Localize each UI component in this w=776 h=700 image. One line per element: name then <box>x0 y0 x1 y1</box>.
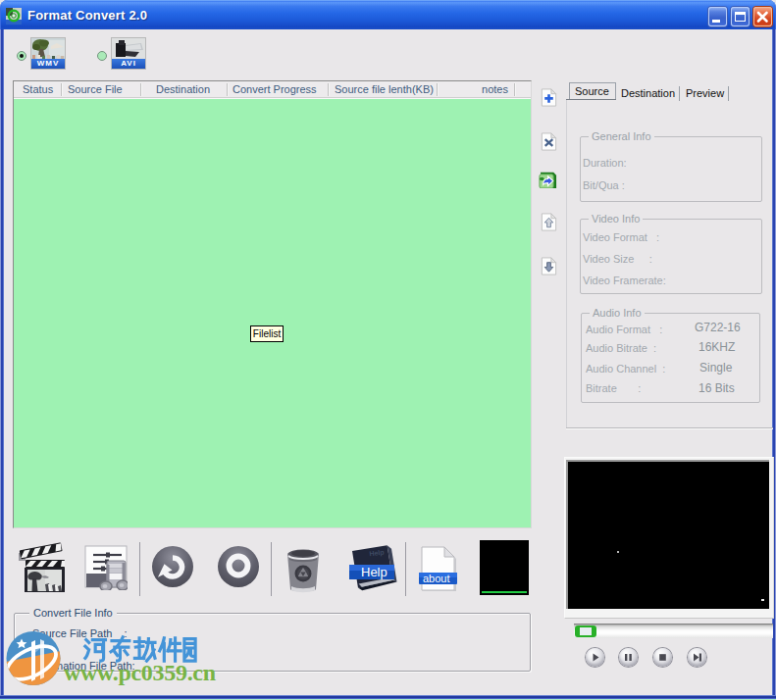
svg-text:about: about <box>423 573 450 584</box>
svg-text:Help: Help <box>361 565 388 579</box>
